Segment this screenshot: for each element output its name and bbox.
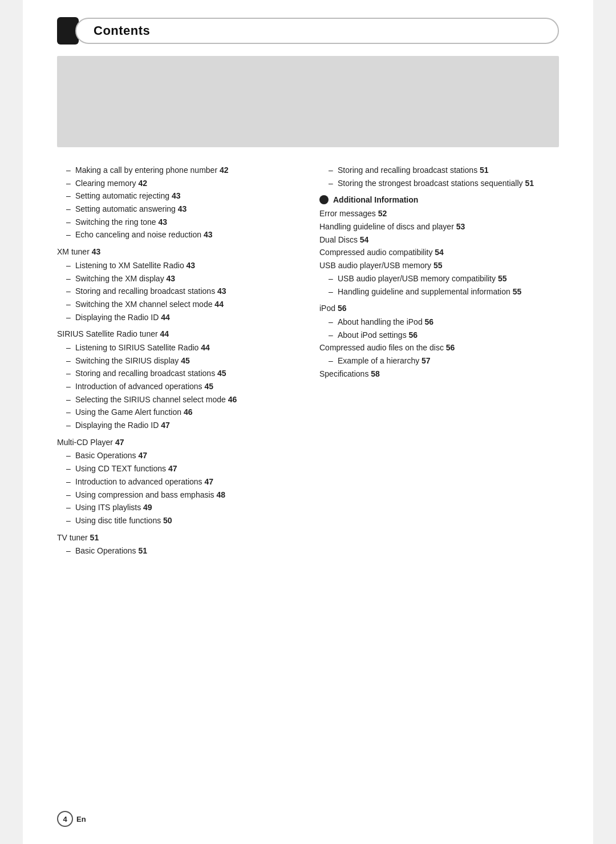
list-item: Storing and recalling broadcast stations…	[319, 164, 559, 177]
list-item: Setting automatic rejecting 43	[57, 190, 297, 203]
bullet-icon	[319, 195, 329, 204]
list-item: Clearing memory 42	[57, 177, 297, 190]
footer-page-number: 4	[57, 811, 73, 827]
header-bar: Contents	[57, 17, 559, 45]
list-item: Displaying the Radio ID 47	[57, 419, 297, 432]
page-footer: 4 En	[57, 811, 86, 827]
list-item: Making a call by entering phone number 4…	[57, 164, 297, 177]
list-item: XM tuner 43	[57, 246, 297, 259]
list-item: About iPod settings 56	[319, 329, 559, 342]
list-item: Dual Discs 54	[319, 234, 559, 247]
list-item: Selecting the SIRIUS channel select mode…	[57, 394, 297, 406]
list-item: Basic Operations 47	[57, 450, 297, 462]
list-item: Example of a hierarchy 57	[319, 355, 559, 368]
list-item: Listening to SIRIUS Satellite Radio 44	[57, 342, 297, 354]
list-item: Basic Operations 51	[57, 545, 297, 558]
list-item: iPod 56	[319, 302, 559, 315]
list-item: Using ITS playlists 49	[57, 502, 297, 514]
list-item: Compressed audio files on the disc 56	[319, 342, 559, 354]
list-item: Handling guideline of discs and player 5…	[319, 221, 559, 233]
list-item: Echo canceling and noise reduction 43	[57, 229, 297, 241]
list-item: Storing and recalling broadcast stations…	[57, 285, 297, 298]
list-item: Switching the XM channel select mode 44	[57, 298, 297, 311]
list-item: About handling the iPod 56	[319, 316, 559, 329]
page-title: Contents	[75, 18, 559, 44]
list-item: SIRIUS Satellite Radio tuner 44	[57, 328, 297, 341]
list-item: USB audio player/USB memory compatibilit…	[319, 273, 559, 285]
list-item: Storing the strongest broadcast stations…	[319, 177, 559, 190]
footer-language: En	[76, 815, 86, 823]
list-item: Introduction to advanced operations 47	[57, 476, 297, 488]
list-item: Multi-CD Player 47	[57, 437, 297, 449]
list-item: Switching the SIRIUS display 45	[57, 355, 297, 368]
list-item: TV tuner 51	[57, 532, 297, 544]
list-item: Switching the ring tone 43	[57, 216, 297, 229]
page-container: Contents Making a call by entering phone…	[23, 0, 593, 844]
list-item: Using disc title functions 50	[57, 515, 297, 527]
list-item: Error messages 52	[319, 208, 559, 220]
list-item: Compressed audio compatibility 54	[319, 247, 559, 259]
list-item: Specifications 58	[319, 368, 559, 381]
list-item: Introduction of advanced operations 45	[57, 381, 297, 393]
list-item: USB audio player/USB memory 55	[319, 260, 559, 272]
list-item: Storing and recalling broadcast stations…	[57, 368, 297, 380]
left-column: Making a call by entering phone number 4…	[57, 164, 297, 558]
list-item: Displaying the Radio ID 44	[57, 312, 297, 324]
additional-info-heading: Additional Information	[319, 195, 559, 204]
list-item: Switching the XM display 43	[57, 273, 297, 285]
content-columns: Making a call by entering phone number 4…	[57, 164, 559, 558]
gray-decorative-area	[57, 56, 559, 147]
list-item: Using the Game Alert function 46	[57, 406, 297, 419]
list-item: Using CD TEXT functions 47	[57, 463, 297, 475]
list-item: Using compression and bass emphasis 48	[57, 489, 297, 502]
list-item: Setting automatic answering 43	[57, 203, 297, 216]
right-column: Storing and recalling broadcast stations…	[319, 164, 559, 381]
list-item: Handling guideline and supplemental info…	[319, 286, 559, 298]
list-item: Listening to XM Satellite Radio 43	[57, 260, 297, 272]
